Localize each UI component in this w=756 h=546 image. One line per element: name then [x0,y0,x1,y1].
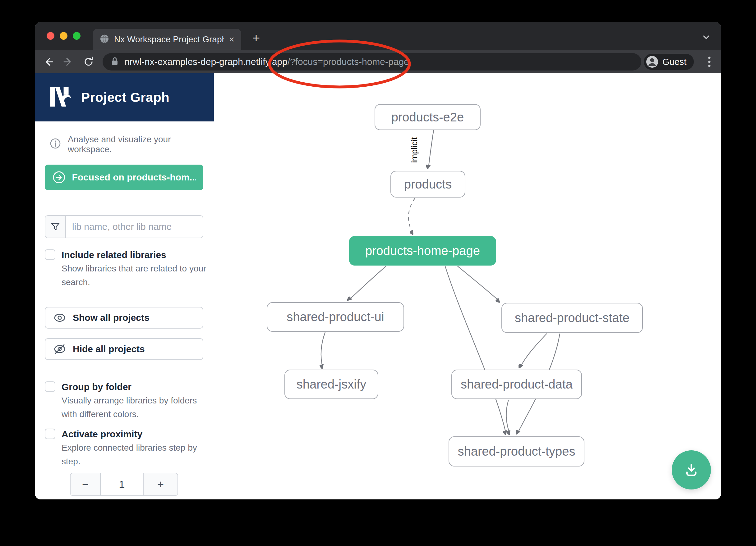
group-by-folder-row: Group by folder Visually arrange librari… [45,381,210,421]
activate-proximity-label: Activate proximity [62,428,210,440]
window-controls [47,32,81,40]
include-related-description: Show libraries that are related to your … [62,262,210,289]
focus-arrow-icon [52,171,66,184]
group-by-folder-description: Visually arrange libraries by folders wi… [62,394,210,421]
lock-icon [111,57,119,67]
edge-label-implicit: implicit [410,137,419,163]
group-by-folder-checkbox[interactable] [45,381,55,392]
activate-proximity-checkbox[interactable] [45,429,55,439]
graph-node-shared-product-types[interactable]: shared-product-types [449,436,584,466]
download-image-button[interactable] [672,450,711,489]
filter-input[interactable] [66,216,203,238]
zoom-window-button[interactable] [73,32,81,40]
show-all-projects-label: Show all projects [73,312,150,323]
graph-node-shared-product-ui[interactable]: shared-product-ui [267,302,404,332]
new-tab-button[interactable]: + [249,31,263,45]
close-window-button[interactable] [47,32,54,40]
browser-window: Nx Workspace Project Graph × + [35,22,721,499]
include-related-label: Include related libraries [62,249,210,261]
graph-canvas[interactable]: implicit products-e2e products products-… [214,73,721,499]
graph-node-shared-jsxify[interactable]: shared-jsxify [284,369,378,399]
sidebar-header: Project Graph [35,73,214,122]
url-path: /?focus=products-home-page [288,57,409,67]
back-button[interactable] [42,56,54,68]
graph-node-shared-product-data[interactable]: shared-product-data [451,369,582,399]
tab-strip: Nx Workspace Project Graph × + [35,22,721,50]
eye-off-icon [53,344,66,354]
activate-proximity-description: Explore connected libraries step by step… [62,441,210,468]
tab-close-icon[interactable]: × [229,35,234,44]
focused-button-label: Focused on products-hom... [72,172,196,183]
browser-menu-icon[interactable] [703,56,716,68]
guest-avatar-icon [646,56,658,68]
profile-chip[interactable]: Guest [644,54,694,70]
profile-label: Guest [662,57,686,67]
url-domain: nrwl-nx-examples-dep-graph.netlify.app [124,57,288,67]
app-title: Project Graph [81,90,169,105]
show-all-projects-button[interactable]: Show all projects [45,307,203,328]
activate-proximity-row: Activate proximity Explore connected lib… [45,428,210,468]
proximity-depth-stepper: − 1 + [70,473,178,496]
nx-logo [48,86,73,109]
focused-button[interactable]: Focused on products-hom... [45,165,203,190]
browser-tab[interactable]: Nx Workspace Project Graph × [93,29,241,50]
eye-icon [53,313,66,322]
group-by-folder-label: Group by folder [62,381,210,393]
page-content: Project Graph Analyse and visualize your… [35,73,721,499]
graph-node-products-e2e[interactable]: products-e2e [375,104,481,130]
graph-edges [214,73,721,499]
tagline-text: Analyse and visualize your workspace. [68,135,214,154]
include-related-checkbox[interactable] [45,250,55,260]
desktop-background: Nx Workspace Project Graph × + [0,0,756,546]
hide-all-projects-label: Hide all projects [73,344,145,354]
depth-increment-button[interactable]: + [143,473,177,495]
tab-search-chevron-icon[interactable] [701,34,712,43]
url-bar[interactable]: nrwl-nx-examples-dep-graph.netlify.app/?… [103,53,641,71]
download-icon [683,462,699,478]
url-text: nrwl-nx-examples-dep-graph.netlify.app/?… [124,57,409,67]
sidebar: Project Graph Analyse and visualize your… [35,73,214,499]
graph-node-shared-product-state[interactable]: shared-product-state [501,303,643,333]
hide-all-projects-button[interactable]: Hide all projects [45,338,203,360]
include-related-row: Include related libraries Show libraries… [45,249,210,289]
depth-value[interactable]: 1 [101,473,143,495]
forward-button[interactable] [62,56,75,68]
tagline-row: Analyse and visualize your workspace. [35,122,214,154]
browser-toolbar: nrwl-nx-examples-dep-graph.netlify.app/?… [35,50,721,73]
reload-button[interactable] [82,56,95,68]
minimize-window-button[interactable] [60,32,67,40]
filter-funnel-icon [45,216,66,238]
tab-title: Nx Workspace Project Graph [114,34,224,44]
tab-favicon-globe-icon [100,34,109,45]
info-icon [50,138,61,151]
graph-node-products[interactable]: products [390,171,465,198]
graph-node-products-home-page[interactable]: products-home-page [349,236,496,266]
filter-field [45,215,203,238]
depth-decrement-button[interactable]: − [71,473,101,495]
